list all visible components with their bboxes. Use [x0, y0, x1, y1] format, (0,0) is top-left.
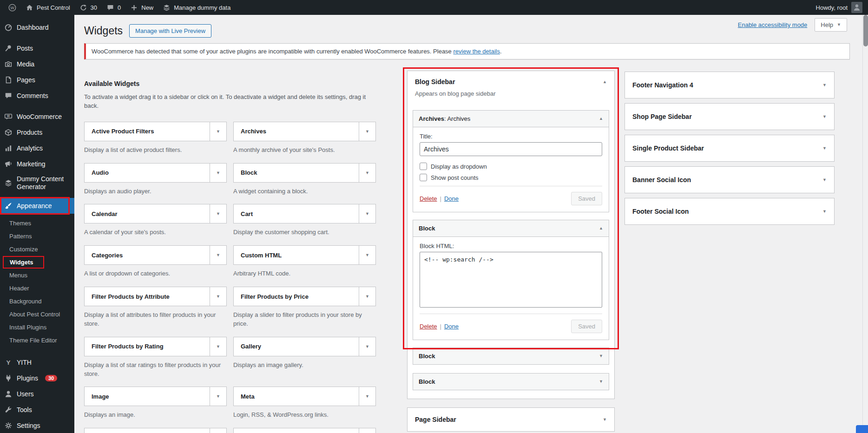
account-menu[interactable]: Howdy, root — [816, 2, 864, 13]
submenu-item-install-plugins[interactable]: Install Plugins — [0, 321, 74, 334]
submenu-item-menus[interactable]: Menus — [0, 269, 74, 282]
widget-card-filter-products-by-attribute[interactable]: Filter Products by Attribute▼ — [84, 287, 227, 306]
widget-card-custom-html[interactable]: Custom HTML▼ — [233, 245, 376, 265]
widget-card-meta[interactable]: Meta▼ — [233, 387, 376, 406]
submenu-item-background[interactable]: Background — [0, 295, 74, 308]
chevron-up-icon[interactable]: ▲ — [603, 80, 607, 84]
widget-card-pages[interactable]: Pages▼ — [233, 428, 376, 433]
sidebar-item-appearance[interactable]: Appearance — [0, 198, 74, 214]
sidebar-item-tools[interactable]: Tools — [0, 402, 74, 418]
chevron-down-icon[interactable]: ▼ — [822, 115, 827, 119]
sidebar-item-media[interactable]: Media — [0, 56, 74, 72]
archives-title-input[interactable] — [420, 142, 602, 156]
scrollbar-thumb[interactable] — [863, 15, 868, 46]
chevron-down-icon[interactable]: ▼ — [359, 287, 375, 306]
saved-button[interactable]: Saved — [571, 320, 602, 333]
sidebar-item-comments[interactable]: Comments — [0, 88, 74, 104]
blog-sidebar-header[interactable]: Blog Sidebar ▲ — [408, 71, 614, 90]
widget-card-filter-products-by-price[interactable]: Filter Products by Price▼ — [233, 287, 376, 306]
chevron-down-icon[interactable]: ▼ — [210, 287, 226, 306]
submenu-item-themes[interactable]: Themes — [0, 216, 74, 230]
chevron-down-icon[interactable]: ▼ — [359, 387, 375, 406]
live-preview-button[interactable]: Manage with Live Preview — [129, 24, 211, 38]
widget-card-cart[interactable]: Cart▼ — [233, 204, 376, 223]
help-dropdown[interactable]: Help ▼ — [815, 18, 847, 32]
chevron-down-icon[interactable]: ▼ — [210, 387, 226, 406]
chevron-down-icon[interactable]: ▼ — [210, 122, 226, 141]
show-post-counts-option[interactable]: Show post counts — [420, 174, 602, 181]
sidebar-item-analytics[interactable]: Analytics — [0, 140, 74, 156]
chevron-down-icon[interactable]: ▼ — [359, 204, 375, 223]
updates-menu[interactable]: 30 — [75, 0, 102, 15]
chevron-up-icon[interactable]: ▲ — [599, 117, 603, 121]
comments-menu[interactable]: 0 — [102, 0, 125, 15]
sidebar-item-dashboard[interactable]: Dashboard — [0, 20, 74, 35]
widget-card-archives[interactable]: Archives▼ — [233, 122, 376, 141]
chevron-down-icon[interactable]: ▼ — [603, 418, 607, 422]
submenu-item-theme-file-editor[interactable]: Theme File Editor — [0, 334, 74, 347]
sidebar-panel-single-product-sidebar[interactable]: Single Product Sidebar▼ — [625, 135, 835, 162]
widget-card-block[interactable]: Block▼ — [233, 163, 376, 183]
done-link[interactable]: Done — [444, 195, 459, 202]
sidebar-panel-footer-navigation-4[interactable]: Footer Navigation 4▼ — [625, 72, 835, 98]
block-widget-header[interactable]: Block ▼ — [413, 348, 609, 364]
widget-card-image[interactable]: Image▼ — [84, 387, 227, 406]
archives-widget-header[interactable]: Archives: Archives ▲ — [413, 111, 609, 127]
delete-link[interactable]: Delete — [420, 195, 437, 202]
widget-card-categories[interactable]: Categories▼ — [84, 245, 227, 265]
sidebar-item-yith[interactable]: YITH — [0, 354, 74, 370]
enable-accessibility-link[interactable]: Enable accessibility mode — [738, 21, 808, 28]
chevron-down-icon[interactable]: ▼ — [822, 146, 827, 151]
site-menu[interactable]: Pest Control — [21, 0, 75, 15]
widget-card-active-product-filters[interactable]: Active Product Filters▼ — [84, 122, 227, 141]
sidebar-panel-footer-social-icon[interactable]: Footer Social Icon▼ — [625, 198, 835, 225]
chevron-down-icon[interactable]: ▼ — [210, 204, 226, 223]
block-widget-header[interactable]: Block ▲ — [413, 220, 609, 237]
sidebar-panel-banner-social-icon[interactable]: Banner Social Icon▼ — [625, 166, 835, 193]
delete-link[interactable]: Delete — [420, 323, 437, 330]
chevron-down-icon[interactable]: ▼ — [210, 428, 226, 433]
vertical-scrollbar[interactable] — [862, 15, 868, 433]
chevron-down-icon[interactable]: ▼ — [599, 380, 603, 384]
submenu-item-about-pest-control[interactable]: About Pest Control — [0, 308, 74, 321]
chevron-down-icon[interactable]: ▼ — [210, 246, 226, 264]
chevron-down-icon[interactable]: ▼ — [822, 178, 827, 182]
chevron-down-icon[interactable]: ▼ — [359, 337, 375, 356]
sidebar-item-settings[interactable]: Settings — [0, 418, 74, 433]
chevron-down-icon[interactable]: ▼ — [359, 246, 375, 264]
submenu-item-customize[interactable]: Customize — [0, 243, 74, 256]
sidebar-item-posts[interactable]: Posts — [0, 40, 74, 56]
sidebar-item-dummy-content-generator[interactable]: Dummy Content Generator — [0, 172, 74, 194]
chevron-down-icon[interactable]: ▼ — [210, 164, 226, 182]
new-content-menu[interactable]: New — [125, 0, 158, 15]
checkbox[interactable] — [420, 174, 427, 181]
wp-logo-menu[interactable] — [4, 0, 21, 15]
widget-card-filter-products-by-rating[interactable]: Filter Products by Rating▼ — [84, 337, 227, 356]
submenu-item-patterns[interactable]: Patterns — [0, 230, 74, 243]
block-html-textarea[interactable]: <!-- wp:search /--> — [420, 252, 602, 308]
sidebar-item-pages[interactable]: Pages — [0, 72, 74, 88]
saved-button[interactable]: Saved — [571, 192, 602, 205]
display-as-dropdown-option[interactable]: Display as dropdown — [420, 163, 602, 170]
sidebar-item-products[interactable]: Products — [0, 125, 74, 140]
submenu-item-header[interactable]: Header — [0, 282, 74, 295]
widget-card-audio[interactable]: Audio▼ — [84, 163, 227, 183]
manage-dummy-data-menu[interactable]: Manage dummy data — [158, 0, 235, 15]
submenu-item-widgets[interactable]: Widgets — [0, 256, 74, 269]
sidebar-panel-shop-page-sidebar[interactable]: Shop Page Sidebar▼ — [625, 103, 835, 130]
chevron-down-icon[interactable]: ▼ — [359, 164, 375, 182]
chevron-down-icon[interactable]: ▼ — [822, 210, 827, 214]
checkbox[interactable] — [420, 163, 427, 170]
sidebar-item-plugins[interactable]: Plugins30 — [0, 370, 74, 386]
chevron-down-icon[interactable]: ▼ — [359, 428, 375, 433]
widget-card-navigation-menu[interactable]: Navigation Menu▼ — [84, 428, 227, 433]
chevron-down-icon[interactable]: ▼ — [210, 337, 226, 356]
chevron-up-icon[interactable]: ▲ — [599, 226, 603, 230]
chevron-down-icon[interactable]: ▼ — [822, 83, 827, 87]
sidebar-item-woocommerce[interactable]: WooCommerce — [0, 109, 74, 125]
widget-card-gallery[interactable]: Gallery▼ — [233, 337, 376, 356]
block-widget-header[interactable]: Block ▼ — [413, 374, 609, 390]
chevron-down-icon[interactable]: ▼ — [599, 354, 603, 358]
chevron-down-icon[interactable]: ▼ — [359, 122, 375, 141]
done-link[interactable]: Done — [444, 323, 459, 330]
